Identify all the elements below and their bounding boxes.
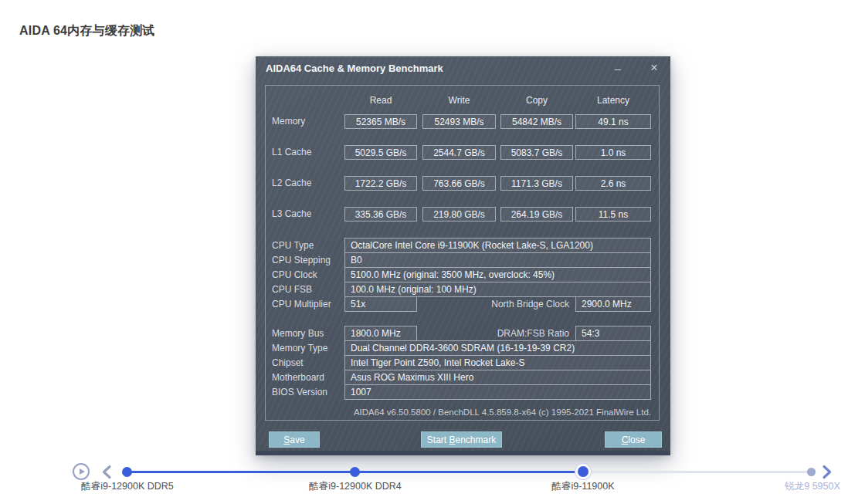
page-title: AIDA 64内存与缓存测试 — [19, 23, 155, 39]
timeline-dot-3-active[interactable] — [575, 464, 591, 479]
cpu-stepping-value: B0 — [344, 252, 651, 268]
close-window-button[interactable]: × — [643, 60, 665, 76]
bench-value: 1722.2 GB/s — [344, 176, 417, 191]
cpu-clock-label: CPU Clock — [272, 267, 317, 282]
north-bridge-clock-label: North Bridge Clock — [433, 296, 569, 312]
memory-bus-label: Memory Bus — [272, 326, 324, 341]
bench-value: 264.19 GB/s — [500, 207, 573, 222]
bench-value: 2.6 ns — [575, 176, 651, 191]
bench-value: 1171.3 GB/s — [500, 176, 573, 191]
cpu-clock-value: 5100.0 MHz (original: 3500 MHz, overcloc… — [344, 267, 651, 282]
cpu-multiplier-value: 51x — [344, 296, 417, 312]
memory-type-label: Memory Type — [272, 340, 327, 356]
timeline-label-2: 酷睿i9-12900K DDR4 — [286, 480, 425, 493]
dram-fsb-ratio-value: 54:3 — [575, 326, 651, 341]
cpu-stepping-label: CPU Stepping — [272, 252, 331, 268]
window-titlebar: AIDA64 Cache & Memory Benchmark – × — [256, 56, 670, 79]
timeline-label-3: 酷睿i9-11900K — [514, 480, 653, 493]
dram-fsb-ratio-label: DRAM:FSB Ratio — [433, 326, 569, 341]
timeline-track-upcoming — [583, 471, 811, 473]
chevron-left-icon — [101, 465, 112, 479]
cpu-fsb-value: 100.0 MHz (original: 100 MHz) — [344, 282, 651, 297]
close-icon: × — [650, 61, 657, 75]
timeline-dot-1[interactable] — [122, 467, 132, 477]
bench-value: 763.66 GB/s — [422, 176, 496, 191]
bios-version-value: 1007 — [344, 384, 651, 400]
minimize-button[interactable]: – — [607, 60, 629, 76]
close-button[interactable]: Close — [605, 431, 662, 448]
cpu-fsb-label: CPU FSB — [272, 282, 312, 297]
memory-bus-value: 1800.0 MHz — [344, 326, 417, 341]
minimize-icon: – — [615, 62, 621, 75]
start-benchmark-button[interactable]: Start Benchmark — [421, 431, 502, 448]
bench-value: 54842 MB/s — [500, 114, 573, 129]
app-version-text: AIDA64 v6.50.5800 / BenchDLL 4.5.859.8-x… — [344, 408, 651, 417]
bench-value: 335.36 GB/s — [344, 207, 417, 222]
bench-value: 49.1 ns — [575, 114, 651, 129]
bench-value: 2544.7 GB/s — [422, 145, 496, 160]
bench-label-memory: Memory — [272, 114, 305, 129]
cpu-type-value: OctalCore Intel Core i9-11900K (Rocket L… — [344, 238, 651, 253]
chevron-right-icon — [822, 465, 833, 479]
save-button[interactable]: Save — [269, 431, 320, 448]
bench-label-l3: L3 Cache — [272, 207, 311, 222]
bench-value: 52493 MB/s — [422, 114, 496, 129]
motherboard-value: Asus ROG Maximus XIII Hero — [344, 370, 651, 385]
memory-type-value: Dual Channel DDR4-3600 SDRAM (16-19-19-3… — [344, 340, 651, 356]
bench-value: 1.0 ns — [575, 145, 651, 160]
bench-value: 5083.7 GB/s — [500, 145, 573, 160]
aida64-window: AIDA64 Cache & Memory Benchmark – × Read… — [256, 56, 670, 455]
north-bridge-clock-value: 2900.0 MHz — [575, 296, 651, 312]
timeline-label-1: 酷睿i9-12900K DDR5 — [58, 480, 197, 493]
chipset-label: Chipset — [272, 355, 304, 370]
bios-version-label: BIOS Version — [272, 384, 327, 400]
bench-label-l2: L2 Cache — [272, 176, 311, 191]
cpu-multiplier-label: CPU Multiplier — [272, 296, 331, 312]
motherboard-label: Motherboard — [272, 370, 324, 385]
bench-value: 11.5 ns — [575, 207, 651, 222]
timeline-dot-4[interactable] — [807, 468, 816, 476]
play-icon — [80, 468, 85, 475]
bench-value: 219.80 GB/s — [422, 207, 496, 222]
autoplay-button[interactable] — [73, 463, 90, 480]
chipset-value: Intel Tiger Point Z590, Intel Rocket Lak… — [344, 355, 651, 370]
bench-value: 5029.5 GB/s — [344, 145, 417, 160]
page: AIDA 64内存与缓存测试 AIDA64 Cache & Memory Ben… — [0, 0, 865, 504]
timeline-dot-2[interactable] — [350, 467, 360, 477]
bench-value: 52365 MB/s — [344, 114, 417, 129]
window-title: AIDA64 Cache & Memory Benchmark — [266, 63, 443, 74]
cpu-type-label: CPU Type — [272, 238, 314, 253]
column-header-latency: Latency — [575, 95, 651, 107]
column-header-write: Write — [422, 95, 496, 107]
bench-label-l1: L1 Cache — [272, 145, 311, 160]
window-bottom-edge — [256, 451, 670, 455]
column-header-copy: Copy — [500, 95, 573, 107]
column-header-read: Read — [344, 95, 417, 107]
timeline-label-4: 锐龙9 5950X — [743, 480, 865, 493]
